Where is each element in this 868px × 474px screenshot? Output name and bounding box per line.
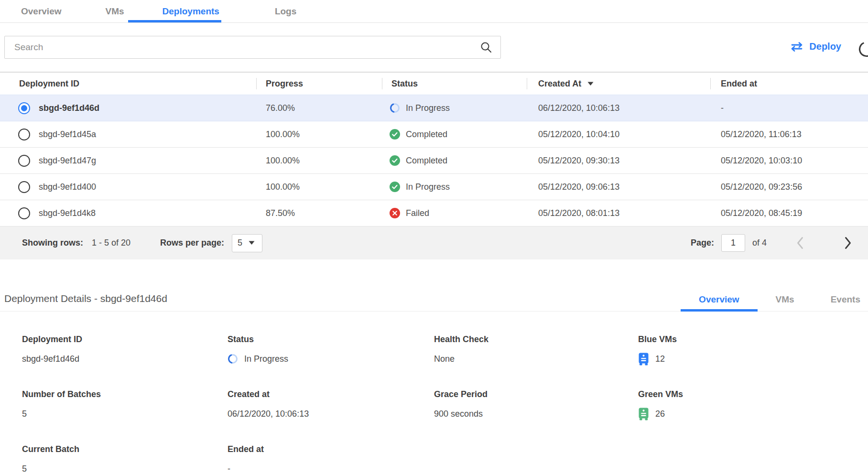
row-radio[interactable] — [18, 207, 30, 219]
details-tab-overview[interactable]: Overview — [699, 294, 739, 311]
created-at-value: 05/12/2020, 10:04:10 — [527, 129, 710, 140]
detail-field: Deployment ID sbgd-9ef1d46d — [22, 334, 228, 366]
x-circle-icon — [390, 208, 400, 218]
progress-spinner-icon — [390, 103, 400, 113]
deployment-id-value: sbgd-9ef1d4k8 — [39, 208, 96, 218]
tab-logs[interactable]: Logs — [275, 0, 296, 22]
table-row[interactable]: sbgd-9ef1d47g 100.00% Completed 05/12/20… — [0, 147, 868, 173]
detail-field: Number of Batches 5 — [22, 389, 228, 420]
row-radio[interactable] — [18, 129, 30, 140]
detail-field: Blue VMs 12 — [638, 334, 868, 366]
detail-field-value: sbgd-9ef1d46d — [22, 354, 79, 364]
deployment-id-value: sbgd-9ef1d400 — [39, 182, 96, 192]
created-at-value: 05/12/2020, 08:01:13 — [527, 208, 710, 218]
detail-field: Created at 06/12/2020, 10:06:13 — [228, 389, 434, 420]
detail-field-value: 5 — [22, 464, 27, 474]
search-input[interactable] — [4, 36, 501, 59]
detail-field: Current Batch 5 — [22, 444, 228, 474]
detail-field-value: In Progress — [244, 354, 288, 364]
ended-at-value: 05/12/2020, 10:03:10 — [710, 156, 868, 166]
progress-value: 76.00% — [256, 103, 382, 113]
ended-at-value: 05/12/2020, 08:45:19 — [710, 208, 868, 218]
created-at-value: 05/12/2020, 09:06:13 — [527, 182, 710, 192]
created-at-label: Created At — [538, 79, 581, 89]
deployment-id-cell: sbgd-9ef1d46d — [0, 102, 256, 114]
check-circle-icon — [390, 155, 400, 166]
table-row[interactable]: sbgd-9ef1d4k8 87.50% Failed 05/12/2020, … — [0, 200, 868, 226]
main-tab-bar: Overview VMs Deployments Logs — [0, 0, 868, 23]
page-total: of 4 — [752, 238, 767, 248]
table-row[interactable]: sbgd-9ef1d45a 100.00% Completed 05/12/20… — [0, 121, 868, 147]
row-radio[interactable] — [18, 102, 30, 114]
swap-arrows-icon — [790, 42, 803, 52]
page-number-input[interactable] — [721, 234, 745, 252]
created-at-value: 05/12/2020, 09:30:13 — [527, 156, 710, 166]
sort-desc-icon[interactable] — [587, 81, 594, 86]
row-radio[interactable] — [18, 155, 30, 167]
ended-at-value: - — [710, 103, 868, 113]
column-header-created-at[interactable]: Created At — [527, 73, 710, 95]
showing-rows-label: Showing rows: — [22, 238, 83, 248]
tab-vms[interactable]: VMs — [106, 0, 124, 22]
detail-field-value: None — [434, 354, 455, 364]
vm-blue-icon — [638, 353, 649, 366]
showing-rows-value: 1 - 5 of 20 — [92, 238, 130, 248]
detail-field-label: Current Batch — [22, 444, 228, 454]
status-cell: In Progress — [382, 182, 527, 192]
tab-overview[interactable]: Overview — [21, 0, 62, 22]
deployment-id-value: sbgd-9ef1d47g — [39, 156, 96, 166]
table-row[interactable]: sbgd-9ef1d400 100.00% In Progress 05/12/… — [0, 173, 868, 200]
progress-spinner-icon — [228, 354, 238, 364]
row-radio[interactable] — [18, 181, 30, 193]
status-cell: Completed — [382, 129, 527, 140]
search-icon — [480, 41, 492, 55]
detail-field-value: 06/12/2020, 10:06:13 — [228, 409, 309, 419]
detail-field-value: - — [228, 464, 230, 474]
rows-per-page-select[interactable]: 5 — [232, 234, 262, 252]
details-grid: Deployment ID sbgd-9ef1d46d Status In Pr… — [0, 334, 868, 474]
status-text: In Progress — [406, 182, 450, 192]
detail-field-value: 26 — [655, 409, 665, 419]
column-header-ended-at[interactable]: Ended at — [710, 73, 868, 95]
detail-field-label: Ended at — [228, 444, 434, 454]
refresh-icon[interactable] — [857, 40, 868, 58]
chevron-down-icon — [249, 241, 255, 245]
details-title: Deployment Details - sbgd-9ef1d46d — [4, 293, 167, 311]
table-row[interactable]: sbgd-9ef1d46d 76.00% In Progress 06/12/2… — [0, 95, 868, 121]
status-cell: Failed — [382, 208, 527, 218]
detail-field: Ended at - — [228, 444, 434, 474]
deployment-id-cell: sbgd-9ef1d400 — [0, 181, 256, 193]
deploy-button[interactable]: Deploy — [790, 41, 841, 52]
status-text: Failed — [406, 208, 429, 218]
tab-deployments[interactable]: Deployments — [163, 0, 219, 22]
details-tab-vms[interactable]: VMs — [776, 294, 794, 311]
search-box — [4, 36, 501, 59]
detail-field: Grace Period 900 seconds — [434, 389, 638, 420]
detail-field-label: Health Check — [434, 334, 638, 345]
deployments-page: Overview VMs Deployments Logs Deploy — [0, 0, 868, 474]
column-header-status[interactable]: Status — [382, 73, 527, 95]
status-text: Completed — [406, 129, 447, 140]
detail-field-value: 5 — [22, 409, 27, 419]
detail-field-label: Status — [228, 334, 434, 345]
detail-field-label: Blue VMs — [638, 334, 868, 345]
deployment-id-cell: sbgd-9ef1d47g — [0, 155, 256, 167]
pagination-prev-icon[interactable] — [796, 237, 803, 249]
pagination-next-icon[interactable] — [845, 237, 852, 249]
table-footer: Showing rows: 1 - 5 of 20 Rows per page:… — [0, 226, 868, 259]
column-header-deployment-id[interactable]: Deployment ID — [0, 73, 256, 95]
column-header-progress[interactable]: Progress — [256, 73, 382, 95]
ended-at-value: 05/12/2020, 11:06:13 — [710, 129, 868, 140]
detail-field: Status In Progress — [228, 334, 434, 366]
rows-per-page-value: 5 — [238, 238, 242, 248]
status-text: In Progress — [406, 103, 450, 113]
deployment-id-value: sbgd-9ef1d45a — [39, 129, 96, 140]
deployments-table: Deployment ID Progress Status Created At… — [0, 72, 868, 259]
created-at-value: 06/12/2020, 10:06:13 — [527, 103, 710, 113]
detail-field-label: Created at — [228, 389, 434, 399]
details-tab-events[interactable]: Events — [831, 294, 860, 311]
detail-field: Health Check None — [434, 334, 638, 366]
progress-value: 100.00% — [256, 129, 382, 140]
detail-field: Green VMs 26 — [638, 389, 868, 420]
detail-field-label: Green VMs — [638, 389, 868, 399]
